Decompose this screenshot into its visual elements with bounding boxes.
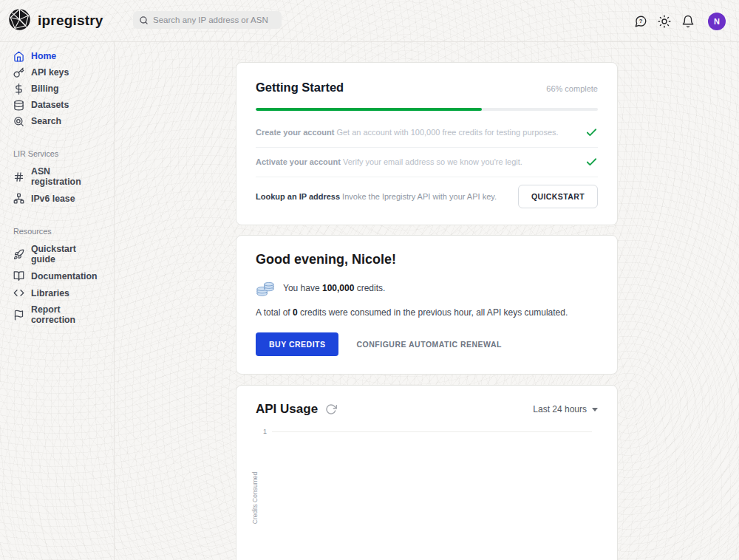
sidebar-item-label: Quickstart guide bbox=[31, 244, 101, 264]
sidebar-section-lir-services: LIR Services bbox=[0, 149, 114, 158]
sidebar-item-report-correction[interactable]: Report correction bbox=[0, 301, 114, 328]
brand-name: ipregistry bbox=[38, 13, 103, 29]
coins-icon bbox=[256, 279, 276, 297]
sidebar-item-home[interactable]: Home bbox=[0, 48, 114, 64]
sidebar-item-label: Billing bbox=[31, 83, 59, 94]
sidebar-item-quickstart-guide[interactable]: Quickstart guide bbox=[0, 241, 114, 267]
credits-text: You have bbox=[283, 283, 322, 293]
quickstart-button[interactable]: QUICKSTART bbox=[518, 185, 598, 208]
dollar-icon bbox=[13, 83, 24, 95]
getting-started-card: Getting Started 66% complete Create your… bbox=[236, 62, 618, 225]
consumed-line: A total of 0 credits were consumed in th… bbox=[256, 307, 598, 318]
api-usage-card: API Usage Last 24 hours Credits Consumed… bbox=[236, 385, 618, 560]
svg-text:?: ? bbox=[639, 18, 643, 24]
sidebar-item-label: API keys bbox=[31, 67, 69, 78]
chart-gridline bbox=[272, 431, 592, 432]
progress-label: 66% complete bbox=[546, 84, 598, 93]
ipregistry-globe-icon bbox=[7, 7, 32, 35]
sidebar-item-label: Home bbox=[31, 51, 56, 61]
task-list: Create your accountGet an account with 1… bbox=[256, 118, 598, 211]
chart-y-tick: 1 bbox=[263, 428, 267, 435]
sidebar-item-label: Libraries bbox=[31, 288, 69, 298]
app-window: ipregistry ? N bbox=[0, 0, 739, 560]
task-description: Get an account with 100,000 free credits… bbox=[336, 128, 558, 137]
task-description: Verify your email address so we know you… bbox=[343, 157, 522, 166]
sidebar-item-documentation[interactable]: Documentation bbox=[0, 267, 114, 284]
greeting-title: Good evening, Nicole! bbox=[256, 252, 598, 267]
sidebar-item-label: Documentation bbox=[31, 271, 98, 281]
buy-credits-button[interactable]: BUY CREDITS bbox=[256, 332, 338, 356]
task-description: Invoke the Ipregistry API with your API … bbox=[342, 192, 497, 201]
sidebar-item-label: Datasets bbox=[31, 100, 69, 110]
global-search bbox=[133, 11, 282, 29]
chevron-down-icon bbox=[592, 408, 598, 412]
progress-bar bbox=[256, 108, 598, 111]
theme-sun-icon[interactable] bbox=[658, 15, 671, 28]
sidebar-item-search[interactable]: Search bbox=[0, 113, 114, 129]
main-content: Getting Started 66% complete Create your… bbox=[115, 42, 739, 560]
database-icon bbox=[13, 100, 24, 111]
flag-icon bbox=[13, 310, 24, 321]
sidebar-item-api-keys[interactable]: API keys bbox=[0, 64, 114, 81]
api-usage-title: API Usage bbox=[256, 402, 318, 417]
sidebar-item-billing[interactable]: Billing bbox=[0, 81, 114, 97]
refresh-icon[interactable] bbox=[325, 403, 337, 415]
sidebar: Home API keys Billing Datasets Search LI… bbox=[0, 42, 115, 560]
task-title: Create your account bbox=[256, 128, 334, 137]
sidebar-item-asn-registration[interactable]: ASN registration bbox=[0, 163, 114, 190]
hash-icon bbox=[13, 171, 24, 182]
progress-fill bbox=[256, 108, 482, 111]
task-title: Activate your account bbox=[256, 157, 341, 166]
sidebar-section-resources: Resources bbox=[0, 227, 114, 236]
time-range-dropdown[interactable]: Last 24 hours bbox=[533, 404, 598, 414]
search-input[interactable] bbox=[153, 16, 276, 24]
network-icon bbox=[13, 193, 24, 204]
sidebar-item-label: IPv6 lease bbox=[31, 194, 75, 204]
getting-started-title: Getting Started bbox=[256, 81, 344, 95]
credits-value: 100,000 bbox=[322, 283, 354, 293]
consumed-value: 0 bbox=[293, 307, 298, 318]
header-actions: ? N bbox=[634, 0, 726, 42]
search-icon bbox=[13, 116, 24, 127]
check-icon bbox=[585, 126, 598, 139]
task-title: Lookup an IP address bbox=[256, 192, 340, 201]
configure-renewal-button[interactable]: CONFIGURE AUTOMATIC RENEWAL bbox=[356, 340, 501, 349]
code-icon bbox=[13, 287, 24, 298]
time-range-value: Last 24 hours bbox=[533, 404, 587, 414]
task-row-lookup-ip: Lookup an IP addressInvoke the Ipregistr… bbox=[256, 177, 598, 211]
task-row-activate-account: Activate your accountVerify your email a… bbox=[256, 148, 598, 177]
usage-chart: Credits Consumed 1 0 12:00 AM1:00 AM2:00… bbox=[256, 426, 598, 560]
credits-row: You have 100,000 credits. bbox=[256, 279, 598, 297]
brand-logo[interactable]: ipregistry bbox=[7, 7, 103, 35]
rocket-icon bbox=[13, 249, 24, 260]
task-row-create-account: Create your accountGet an account with 1… bbox=[256, 118, 598, 148]
chat-help-icon[interactable]: ? bbox=[634, 15, 647, 28]
sidebar-item-libraries[interactable]: Libraries bbox=[0, 284, 114, 301]
book-icon bbox=[13, 270, 24, 281]
user-avatar[interactable]: N bbox=[708, 13, 726, 30]
sidebar-item-ipv6-lease[interactable]: IPv6 lease bbox=[0, 190, 114, 207]
top-header: ipregistry ? N bbox=[0, 0, 739, 42]
sidebar-item-datasets[interactable]: Datasets bbox=[0, 97, 114, 113]
notifications-bell-icon[interactable] bbox=[681, 15, 695, 28]
search-icon bbox=[139, 16, 149, 25]
home-icon bbox=[13, 51, 24, 62]
check-icon bbox=[585, 156, 598, 168]
sidebar-item-label: ASN registration bbox=[31, 166, 101, 187]
key-icon bbox=[13, 67, 24, 78]
greeting-card: Good evening, Nicole! You hav bbox=[236, 235, 618, 375]
chart-y-axis-title: Credits Consumed bbox=[251, 472, 259, 524]
sidebar-item-label: Search bbox=[31, 116, 61, 126]
sidebar-item-label: Report correction bbox=[31, 304, 101, 325]
chart-plot-area: Credits Consumed 1 0 12:00 AM1:00 AM2:00… bbox=[272, 431, 592, 560]
